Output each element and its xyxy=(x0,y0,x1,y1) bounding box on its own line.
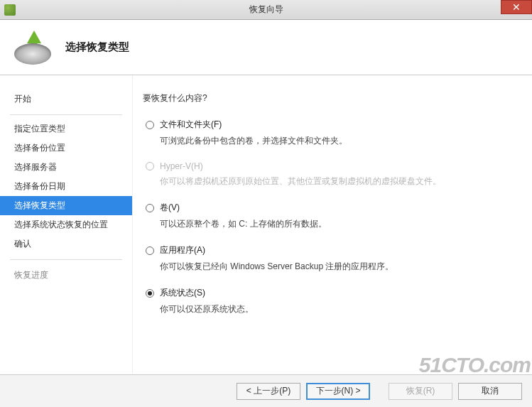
radio-hyperv xyxy=(146,162,154,170)
radio-systemstate[interactable] xyxy=(146,289,154,298)
window-title: 恢复向导 xyxy=(249,4,283,16)
content-panel: 要恢复什么内容? 文件和文件夹(F) 可浏览此备份中包含的卷，并选择文件和文件夹… xyxy=(132,75,532,374)
recover-button: 恢复(R) xyxy=(389,383,452,400)
titlebar: 恢复向导 ✕ xyxy=(0,0,532,20)
option-hyperv-desc: 你可以将虚拟机还原到原始位置、其他位置或复制虚拟机的虚拟硬盘文件。 xyxy=(160,175,519,188)
prev-button[interactable]: < 上一步(P) xyxy=(237,383,300,400)
option-hyperv-label: Hyper-V(H) xyxy=(160,161,203,171)
sidebar-step-location-type[interactable]: 指定位置类型 xyxy=(0,119,132,139)
option-systemstate[interactable]: 系统状态(S) 你可以仅还原系统状态。 xyxy=(143,287,519,315)
sidebar-step-systemstate-location[interactable]: 选择系统状态恢复的位置 xyxy=(0,215,132,234)
sidebar-step-backup-location[interactable]: 选择备份位置 xyxy=(0,139,132,158)
option-apps-desc: 你可以恢复已经向 Windows Server Backup 注册的应用程序。 xyxy=(160,261,519,273)
next-button[interactable]: 下一步(N) > xyxy=(306,383,370,400)
prompt-text: 要恢复什么内容? xyxy=(143,92,519,104)
radio-apps[interactable] xyxy=(146,246,154,255)
option-files[interactable]: 文件和文件夹(F) 可浏览此备份中包含的卷，并选择文件和文件夹。 xyxy=(143,119,519,147)
option-volume-desc: 可以还原整个卷，如 C: 上存储的所有数据。 xyxy=(160,218,519,230)
option-apps[interactable]: 应用程序(A) 你可以恢复已经向 Windows Server Backup 注… xyxy=(143,244,519,273)
option-volume-label: 卷(V) xyxy=(160,202,180,214)
sidebar-step-server[interactable]: 选择服务器 xyxy=(0,158,132,177)
sidebar-step-start[interactable]: 开始 xyxy=(0,89,132,109)
recovery-icon xyxy=(13,31,53,65)
option-systemstate-label: 系统状态(S) xyxy=(160,287,205,299)
option-files-desc: 可浏览此备份中包含的卷，并选择文件和文件夹。 xyxy=(160,135,519,147)
sidebar-step-confirm[interactable]: 确认 xyxy=(0,234,132,254)
option-apps-label: 应用程序(A) xyxy=(160,244,205,256)
option-files-label: 文件和文件夹(F) xyxy=(160,119,222,131)
app-icon xyxy=(4,4,16,16)
sidebar-step-recovery-type[interactable]: 选择恢复类型 xyxy=(0,196,132,215)
wizard-body: 开始 指定位置类型 选择备份位置 选择服务器 选择备份日期 选择恢复类型 选择系… xyxy=(0,75,532,374)
close-icon: ✕ xyxy=(512,1,521,13)
radio-volume[interactable] xyxy=(146,204,154,212)
sidebar-step-backup-date[interactable]: 选择备份日期 xyxy=(0,177,132,196)
sidebar-step-progress: 恢复进度 xyxy=(0,266,132,285)
option-hyperv: Hyper-V(H) 你可以将虚拟机还原到原始位置、其他位置或复制虚拟机的虚拟硬… xyxy=(143,161,519,188)
radio-files[interactable] xyxy=(146,121,154,129)
close-button[interactable]: ✕ xyxy=(501,0,532,14)
page-title: 选择恢复类型 xyxy=(65,40,129,54)
option-volume[interactable]: 卷(V) 可以还原整个卷，如 C: 上存储的所有数据。 xyxy=(143,202,519,230)
option-systemstate-desc: 你可以仅还原系统状态。 xyxy=(160,303,519,315)
wizard-header: 选择恢复类型 xyxy=(0,20,532,75)
cancel-button[interactable]: 取消 xyxy=(458,383,522,400)
footer: < 上一步(P) 下一步(N) > 恢复(R) 取消 xyxy=(0,374,532,407)
sidebar: 开始 指定位置类型 选择备份位置 选择服务器 选择备份日期 选择恢复类型 选择系… xyxy=(0,75,132,374)
